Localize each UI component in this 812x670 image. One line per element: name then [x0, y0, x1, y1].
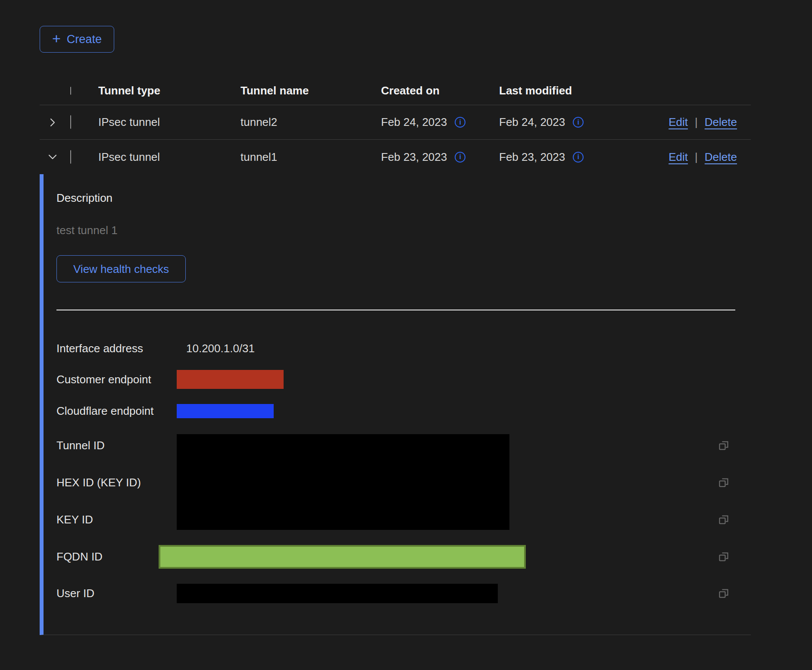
row-checkbox[interactable]: [70, 150, 71, 164]
info-icon[interactable]: i: [455, 117, 465, 128]
tunnels-table: Tunnel type Tunnel name Created on Last …: [40, 77, 751, 635]
column-header-tunnel-name: Tunnel name: [240, 84, 381, 97]
delete-link[interactable]: Delete: [705, 116, 737, 129]
redacted-ids-block: [177, 434, 509, 530]
action-separator: |: [695, 150, 698, 164]
copy-icon[interactable]: [717, 587, 730, 600]
info-icon[interactable]: i: [573, 152, 584, 163]
field-label: Cloudflare endpoint: [56, 404, 177, 418]
copy-icon[interactable]: [717, 439, 730, 452]
select-all-checkbox[interactable]: [70, 87, 71, 95]
copy-icon[interactable]: [717, 550, 730, 563]
plus-icon: +: [52, 31, 61, 46]
create-button[interactable]: + Create: [40, 26, 114, 53]
edit-link[interactable]: Edit: [668, 116, 688, 129]
section-divider: [56, 310, 735, 310]
cell-last-modified: Feb 24, 2023: [499, 116, 565, 129]
cell-tunnel-name: tunnel2: [240, 116, 381, 129]
description-label: Description: [56, 191, 751, 205]
field-label: HEX ID (KEY ID): [56, 476, 177, 489]
cell-tunnel-name: tunnel1: [240, 150, 381, 164]
redacted-fqdn-id: [159, 545, 526, 569]
expanded-row-panel: Description test tunnel 1 View health ch…: [40, 174, 751, 635]
field-customer-endpoint: Customer endpoint: [56, 364, 735, 395]
field-fqdn-id: FQDN ID: [56, 538, 735, 575]
cell-created-on: Feb 24, 2023: [381, 116, 447, 129]
tunnel-detail-fields: Interface address 10.200.1.0/31 Customer…: [56, 333, 735, 611]
info-icon[interactable]: i: [573, 117, 584, 128]
table-row-tunnel1: IPsec tunnel tunnel1 Feb 23, 2023 i Feb …: [40, 140, 751, 174]
column-header-tunnel-type: Tunnel type: [98, 84, 240, 97]
edit-link[interactable]: Edit: [668, 150, 688, 164]
view-health-checks-button[interactable]: View health checks: [56, 255, 186, 282]
field-label: KEY ID: [56, 513, 177, 526]
expand-chevron-right-icon[interactable]: [46, 116, 59, 129]
table-header-row: Tunnel type Tunnel name Created on Last …: [40, 77, 751, 105]
field-label: Customer endpoint: [56, 373, 177, 386]
description-value: test tunnel 1: [56, 224, 751, 237]
action-separator: |: [695, 116, 698, 129]
column-header-created-on: Created on: [381, 84, 499, 97]
copy-icon[interactable]: [717, 513, 730, 526]
redacted-customer-endpoint: [177, 370, 284, 389]
row-checkbox[interactable]: [70, 115, 71, 129]
interface-address-value: 10.200.1.0/31: [186, 342, 255, 355]
field-label: Tunnel ID: [56, 439, 177, 452]
cell-tunnel-type: IPsec tunnel: [98, 150, 240, 164]
column-header-last-modified: Last modified: [499, 84, 751, 97]
create-button-label: Create: [67, 33, 102, 46]
info-icon[interactable]: i: [455, 152, 465, 163]
cell-last-modified: Feb 23, 2023: [499, 150, 565, 164]
field-interface-address: Interface address 10.200.1.0/31: [56, 333, 735, 364]
tunnels-page: + Create Tunnel type Tunnel name Created…: [0, 0, 812, 635]
copy-icon[interactable]: [717, 476, 730, 489]
field-cloudflare-endpoint: Cloudflare endpoint: [56, 395, 735, 427]
delete-link[interactable]: Delete: [705, 150, 737, 164]
cell-tunnel-type: IPsec tunnel: [98, 116, 240, 129]
redacted-cloudflare-endpoint: [177, 404, 274, 418]
cell-created-on: Feb 23, 2023: [381, 150, 447, 164]
field-label: User ID: [56, 587, 177, 600]
table-row-tunnel2: IPsec tunnel tunnel2 Feb 24, 2023 i Feb …: [40, 105, 751, 140]
field-user-id: User ID: [56, 575, 735, 611]
field-label: Interface address: [56, 342, 177, 355]
redacted-user-id: [177, 584, 498, 603]
collapse-chevron-down-icon[interactable]: [46, 150, 59, 164]
